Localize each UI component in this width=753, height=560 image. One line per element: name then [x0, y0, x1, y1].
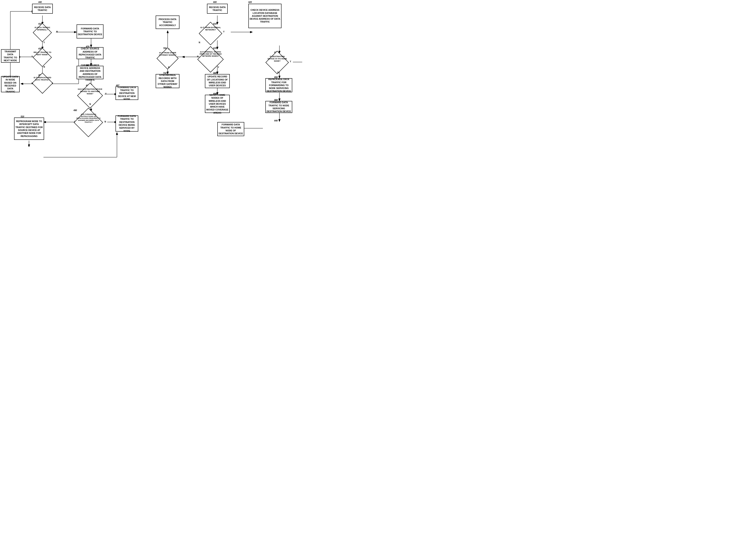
yn-430-n: N: [43, 66, 45, 68]
yn-490-n: N: [104, 121, 106, 123]
box-notify-690: NOTIFY HOME NODES OF WIRELESS END USER D…: [205, 95, 230, 113]
yn-410-y: Y: [43, 41, 45, 44]
yn-670-y: Y: [218, 66, 219, 68]
box-check-source-dest-480: CHECK SOURCE DEVICE ADDRESS AND DESTINAT…: [77, 66, 103, 79]
box-forward-dest-new-487: FORWARD DATA TRAFFIC TO DESTINATION DEVI…: [116, 86, 138, 100]
yn-485-y: Y: [105, 93, 107, 95]
diamond-490: ARE FORWARDING INSTRUCTIONS OR REPACKAGI…: [74, 111, 103, 134]
yn-610-n: N: [199, 41, 200, 44]
diamond-630: IS DESTINATION DEVICE AT ITS HOME NODE?: [265, 53, 289, 72]
box-forward-home-640: FORWARD DATA TRAFFIC TO HOME NODE OF DES…: [217, 122, 244, 136]
label-640: 640: [274, 120, 278, 122]
box-reprogram-510: REPROGRAM NODE TO INTERCEPT DATA TRAFFIC…: [14, 118, 44, 140]
diamond-430: RELAY TRAFFIC TO NEXT NODE?: [32, 49, 53, 65]
box-forward-dest-500: FORWARD DATA TRAFFIC TO DESTINATION DEVI…: [116, 116, 138, 132]
arrows-svg: [0, 0, 377, 280]
diamond-700: IS IT FROM OTHER GATEWAY NODES?: [157, 49, 178, 67]
diamond-485: HAS DESTINATION DEVICE MOVED TO ANOTHER …: [77, 86, 103, 105]
yn-450-n: N: [32, 82, 33, 85]
flowchart: 440 400 410 420 430 450 470 480 485 487 …: [0, 0, 377, 280]
yn-410-n: N: [56, 31, 58, 33]
label-620: 620: [248, 1, 252, 3]
box-update-record-680: UPDATE RECORD OF LOCATIONS OF WIRELESS E…: [205, 74, 230, 88]
box-forward-660: FORWARD DATA TRAFFIC TO NODE SERVICING D…: [265, 101, 292, 113]
box-synchronize-710: SYNCHRONIZE RECORDS WITH DATA FROM OTHER…: [156, 74, 179, 88]
yn-630-y: Y: [290, 60, 291, 63]
box-receive-600: RECEIVE DATA TRAFFIC: [207, 4, 228, 14]
yn-630-n: N: [277, 72, 279, 74]
yn-670-n: N: [197, 56, 198, 58]
yn-610-y: Y: [223, 31, 225, 33]
box-process-720: PROCESS DATA TRAFFIC ACCORDINGLY: [156, 16, 179, 29]
yn-450-y: Y: [52, 82, 53, 85]
label-440: 440: [38, 1, 42, 3]
yn-485-n: N: [90, 103, 91, 105]
yn-430-y: Y: [32, 56, 33, 58]
box-check-device-addr: CHECK DEVICE ADDRESS LOCATION DATABASE A…: [248, 4, 282, 28]
yn-700-y: Y: [168, 48, 170, 50]
diamond-410: IS DATA TRAFFIC INTERNAL?: [32, 24, 53, 41]
box-transmit-440: TRANSMIT DATA TRAFFIC TO NEXT NODE: [1, 49, 20, 63]
yn-700-n: N: [168, 66, 170, 68]
box-check-source-470: CHECK SOURCE ADDRESS OF REPACKAGED DATA …: [77, 47, 103, 59]
label-600: 600: [213, 1, 217, 3]
box-repackage-650: REPACKAGE DATA TRAFFIC FOR FORWARDING TO…: [265, 78, 292, 92]
diamond-610: IS IT FROM EXTERNAL NETWORK?: [199, 24, 223, 43]
diamond-450: IS IT REPACKAGED DATA TRAFFIC?: [32, 74, 53, 92]
box-receive-400: RECEIVE DATA TRAFFIC: [32, 4, 53, 14]
box-update-460: UPDATE DATA IN NODE BASED ON RECEIVED DA…: [1, 76, 20, 92]
diamond-670: IS IT INTERNAL TRAFFIC FROM ONE OF THE M…: [198, 49, 224, 69]
box-forward-420: FORWARD DATA TRAFFIC TO DESTINATION DEVI…: [77, 24, 103, 39]
